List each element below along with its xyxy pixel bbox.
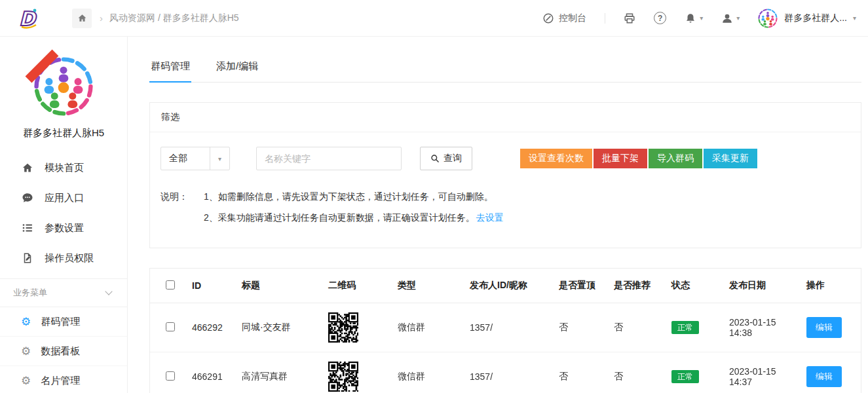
row-publisher: 1357/ — [470, 322, 493, 333]
go-settings-link[interactable]: 去设置 — [476, 212, 504, 223]
status-badge: 正常 — [671, 370, 699, 383]
qr-table-panel: ID 标题 二维码 类型 发布人ID/昵称 是否置顶 是否推荐 状态 发布日期 … — [149, 268, 861, 393]
row-checkbox[interactable] — [166, 371, 175, 381]
filter-panel-title: 筛选 — [150, 103, 861, 132]
sidebar-item-qr-management[interactable]: ⚙ 群码管理 — [0, 307, 127, 337]
user-icon — [721, 12, 733, 24]
row-id: 466292 — [192, 322, 223, 333]
instruction-line-1: 1、如需删除信息，请先设置为下架状态，通过计划任务，可自动删除。 — [204, 186, 504, 207]
breadcrumb-chevron-icon: › — [100, 12, 103, 24]
breadcrumb: 风动资源网 / 群多多社群人脉H5 — [109, 12, 239, 24]
row-date: 2023-01-15 14:38 — [729, 317, 776, 338]
app-title: 群多多社群人脉H5 — [0, 127, 127, 140]
chevron-down-icon: ▾ — [736, 15, 740, 22]
brand-logo[interactable]: D — [17, 5, 43, 31]
col-header-date: 发布日期 — [724, 269, 801, 303]
collect-update-button[interactable]: 采集更新 — [704, 149, 757, 168]
help-button[interactable]: ? — [654, 12, 666, 24]
edit-button[interactable]: 编辑 — [806, 366, 842, 387]
col-header-recommended: 是否推荐 — [609, 269, 666, 303]
sidebar-item-parameters[interactable]: 参数设置 — [0, 213, 127, 243]
bulk-takedown-button[interactable]: 批量下架 — [594, 149, 647, 168]
edit-button[interactable]: 编辑 — [806, 317, 842, 338]
section-label: 业务菜单 — [13, 287, 47, 299]
account-button[interactable]: ▾ — [721, 12, 740, 24]
sidebar-section-business-menu[interactable]: 业务菜单 — [0, 278, 127, 307]
table-row: 466291 高清写真群 微信群 1357/ 否 否 正常 2023-01-15… — [150, 352, 861, 393]
user-name[interactable]: 群多多社群人... — [784, 12, 847, 24]
qr-code-image — [328, 312, 358, 343]
qr-table: ID 标题 二维码 类型 发布人ID/昵称 是否置顶 是否推荐 状态 发布日期 … — [150, 269, 861, 393]
top-bar: D › 风动资源网 / 群多多社群人脉H5 控制台 ? ▾ ▾ — [0, 0, 868, 37]
notifications-button[interactable]: ▾ — [685, 12, 703, 24]
row-type: 微信群 — [398, 371, 425, 381]
status-badge: 正常 — [671, 321, 699, 334]
filter-controls: 全部 ▾ 查询 设置查看次数 批量下架 导入群码 采集更新 — [150, 132, 861, 176]
instruction-line-2: 2、采集功能请通过计划任务自动更新数据，请正确设置计划任务。去设置 — [204, 207, 504, 228]
col-header-qrcode: 二维码 — [323, 269, 392, 303]
gear-icon: ⚙ — [21, 316, 31, 328]
sidebar-item-module-home[interactable]: 模块首页 — [0, 153, 127, 183]
filter-panel: 筛选 全部 ▾ 查询 设置查看次数 批量下架 导入群码 采集更新 说明： 1、如… — [149, 102, 861, 248]
main-content: 群码管理 添加/编辑 筛选 全部 ▾ 查询 设置查看次数 批量下架 导入群码 采… — [128, 37, 868, 393]
console-button[interactable]: 控制台 — [542, 12, 586, 24]
sidebar-item-card-management[interactable]: ⚙ 名片管理 — [0, 366, 127, 393]
row-recommended: 否 — [614, 322, 623, 332]
chevron-down-icon: ▾ — [210, 147, 229, 170]
type-select-value: 全部 — [161, 147, 210, 170]
sidebar-item-label: 数据看板 — [41, 345, 80, 358]
set-view-count-button[interactable]: 设置查看次数 — [520, 149, 592, 168]
row-title: 同城·交友群 — [242, 322, 291, 332]
row-publisher: 1357/ — [470, 371, 493, 382]
sidebar-item-label: 操作员权限 — [45, 252, 94, 265]
keyword-input[interactable] — [256, 147, 402, 170]
sidebar-item-app-entry[interactable]: 应用入口 — [0, 183, 127, 213]
instructions-label: 说明： — [160, 186, 204, 228]
brand-d-icon: D — [17, 5, 39, 31]
table-row: 466292 同城·交友群 微信群 1357/ 否 否 正常 2023-01-1… — [150, 303, 861, 352]
sidebar-item-data-dashboard[interactable]: ⚙ 数据看板 — [0, 337, 127, 366]
col-header-type: 类型 — [392, 269, 464, 303]
gear-icon: ⚙ — [21, 346, 31, 357]
search-button-label: 查询 — [443, 153, 462, 164]
row-title: 高清写真群 — [242, 371, 288, 381]
col-header-title: 标题 — [236, 269, 323, 303]
search-icon — [430, 154, 440, 163]
console-label: 控制台 — [559, 12, 586, 24]
table-header-row: ID 标题 二维码 类型 发布人ID/昵称 是否置顶 是否推荐 状态 发布日期 … — [150, 269, 861, 303]
printer-icon — [624, 12, 635, 24]
qr-code-image — [328, 362, 358, 392]
sidebar-item-label: 模块首页 — [45, 162, 84, 174]
print-button[interactable] — [624, 12, 635, 24]
chevron-down-icon[interactable]: ▾ — [853, 15, 856, 22]
chevron-down-icon: ▾ — [700, 15, 703, 22]
row-checkbox[interactable] — [166, 322, 175, 331]
sidebar-item-label: 名片管理 — [41, 375, 80, 387]
sidebar-item-operator-permissions[interactable]: 操作员权限 — [0, 243, 127, 273]
search-button[interactable]: 查询 — [420, 147, 472, 170]
avatar[interactable] — [758, 9, 778, 28]
chat-bubble-icon — [21, 192, 34, 204]
sidebar-item-label: 应用入口 — [45, 192, 84, 204]
home-icon — [77, 13, 87, 23]
home-button[interactable] — [72, 9, 92, 28]
tab-qr-management[interactable]: 群码管理 — [149, 55, 191, 83]
header-divider — [605, 13, 605, 24]
sidebar-item-label: 参数设置 — [45, 222, 84, 234]
tab-add-edit[interactable]: 添加/编辑 — [215, 55, 259, 82]
header-actions: 控制台 ? ▾ ▾ 群多多社群人... ▾ — [542, 9, 856, 28]
row-pinned: 否 — [559, 322, 568, 332]
col-header-publisher: 发布人ID/昵称 — [464, 269, 554, 303]
avatar-logo-icon — [758, 9, 778, 28]
col-header-pinned: 是否置顶 — [554, 269, 609, 303]
col-header-id: ID — [187, 269, 236, 303]
import-qr-button[interactable]: 导入群码 — [649, 149, 702, 168]
select-all-checkbox[interactable] — [166, 280, 175, 290]
document-pen-icon — [21, 252, 34, 264]
col-header-action: 操作 — [801, 269, 861, 303]
row-date: 2023-01-15 14:37 — [729, 366, 776, 387]
settings-list-icon — [21, 222, 34, 234]
sidebar: 群多多社群人脉H5 模块首页 应用入口 参数设置 操作员权限 — [0, 37, 128, 393]
type-select[interactable]: 全部 ▾ — [160, 147, 230, 170]
row-pinned: 否 — [559, 371, 568, 381]
